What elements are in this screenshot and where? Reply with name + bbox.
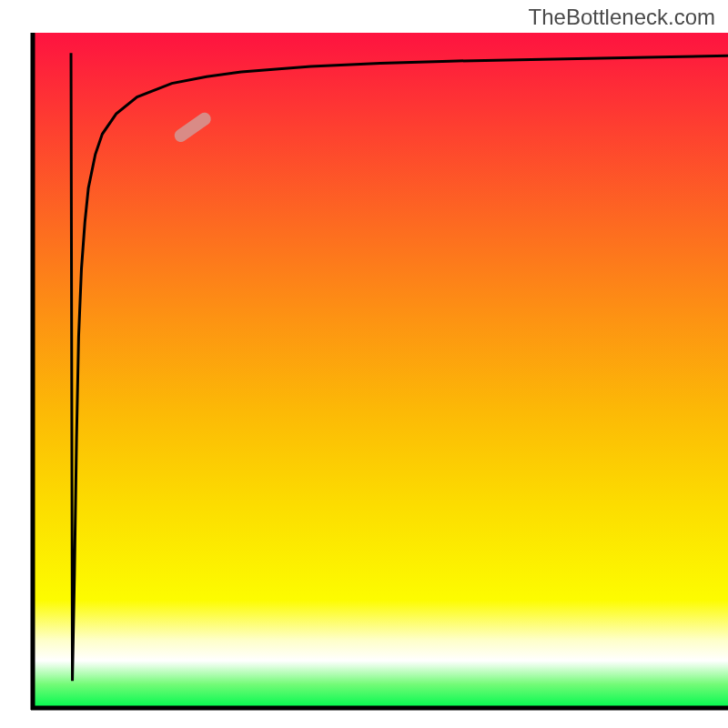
watermark-text: TheBottleneck.com bbox=[529, 5, 715, 30]
bottleneck-chart bbox=[0, 0, 728, 728]
plot-background bbox=[33, 33, 728, 708]
